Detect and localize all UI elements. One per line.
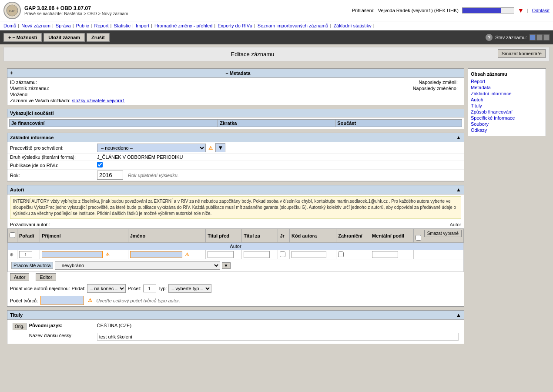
drag-handle[interactable]: ⊕ xyxy=(10,252,13,257)
author-zahranicni-cell xyxy=(336,250,370,259)
author-drag-cell: ⊕ xyxy=(8,250,17,259)
pocet-input[interactable] xyxy=(143,285,156,292)
tituly-section: Tituly ▲ Orig. Původní jazyk: ČEŠTINA (C… xyxy=(7,310,464,344)
autor-button[interactable]: Autor xyxy=(10,273,29,281)
nav-hromadne[interactable]: Hromadné změny - přehled xyxy=(154,23,212,28)
right-panel: Obsah záznamu Report Metadata Základní i… xyxy=(468,68,546,348)
nav-novy-zaznam[interactable]: Nový záznam xyxy=(21,23,50,28)
zakladni-up-arrow[interactable]: ▲ xyxy=(456,134,461,141)
pracovis-label: Pracoviště pro schválení: xyxy=(10,145,97,151)
toolbar-right: ? Stav záznamu: xyxy=(486,34,550,41)
pozadovani-label: Požadovaní autoři: Autor xyxy=(7,221,464,228)
pracovis-autora-select[interactable]: – nevybráno – xyxy=(55,261,220,270)
nav-statistiky[interactable]: Základní statistiky xyxy=(333,23,371,28)
nav-statistic[interactable]: Statistic xyxy=(114,23,131,28)
pracovis-autora-btn[interactable]: ▼ xyxy=(222,262,231,269)
obsah-title: Obsah záznamu xyxy=(471,71,543,77)
zakladni-section: Základní informace ▲ Pracoviště pro schv… xyxy=(7,133,464,181)
right-link-autori[interactable]: Autoři xyxy=(471,97,543,103)
pocet-tvurcu-input[interactable] xyxy=(40,296,84,305)
nav-import[interactable]: Import xyxy=(136,23,149,28)
meta-row-1: ID záznamu: Naposledy změnil: xyxy=(10,80,461,85)
pocet-label: Počet: xyxy=(127,286,141,291)
pridat-row: Přidat více autorů najednou: Přidat: – n… xyxy=(7,282,464,295)
author-kod-input[interactable] xyxy=(292,251,326,258)
author-prijmeni-input[interactable] xyxy=(42,251,103,258)
right-link-zpusob[interactable]: Způsob financování xyxy=(471,109,543,115)
tituly-title: Tituly xyxy=(10,312,23,318)
pridat-label: Přidat více autorů najednou: xyxy=(10,286,70,291)
right-link-specificke[interactable]: Specifické informace xyxy=(471,115,543,121)
druh-label: Druh výsledku (literární forma): xyxy=(10,154,97,160)
nav-domu[interactable]: Domů xyxy=(3,23,16,28)
pridat-btn-label: Přidat: xyxy=(72,286,86,291)
author-titul-pred-input[interactable] xyxy=(208,251,234,258)
nav-sprava[interactable]: Správa xyxy=(56,23,71,28)
publikace-label: Publikace jde do RIVu: xyxy=(10,163,97,168)
pracovis-autora-row: Pracoviště autora – nevybráno – ▼ xyxy=(10,260,462,271)
right-link-zakladni[interactable]: Základní informace xyxy=(471,90,543,97)
nav-report[interactable]: Report xyxy=(94,23,109,28)
header-left: GAP GAP 3.02.06 + OBD 3.07.07 Právě se n… xyxy=(3,2,128,19)
author-table-header-row: Pořadí Příjmení Jméno Titul před Titul z… xyxy=(8,229,464,243)
orig-badge: Orig. xyxy=(13,323,27,330)
typ-select[interactable]: – vyberte typ – xyxy=(168,284,211,293)
edit-title-bar: Editace záznamu Smazat komentáře xyxy=(3,47,550,61)
nazev-input[interactable] xyxy=(97,333,459,341)
author-zahranicni-checkbox[interactable] xyxy=(338,251,344,257)
author-kod-cell xyxy=(289,250,336,259)
moznosti-button[interactable]: + – Možnosti xyxy=(3,33,42,42)
right-link-metadata[interactable]: Metadata xyxy=(471,84,543,90)
metadata-expand-icon[interactable]: + xyxy=(10,70,13,76)
progress-fill xyxy=(463,8,501,13)
col-jmeno: Jméno xyxy=(128,229,205,243)
zrusit-button[interactable]: Zrušit xyxy=(87,33,110,42)
col-mentalni: Mentální podíl xyxy=(370,229,414,243)
right-link-report[interactable]: Report xyxy=(471,78,543,84)
obsah-zaznamu-box: Obsah záznamu Report Metadata Základní i… xyxy=(468,68,546,136)
author-poradi-input[interactable] xyxy=(19,251,32,258)
author-jr-checkbox[interactable] xyxy=(280,251,285,257)
author-titul-za-cell xyxy=(242,250,278,259)
right-link-tituly[interactable]: Tituly xyxy=(471,103,543,109)
pracovis-dropdown-btn[interactable]: ▼ xyxy=(215,143,225,152)
pocet-tvurcu-label: Počet tvůrců: xyxy=(10,298,38,303)
smazat-check[interactable] xyxy=(416,235,421,241)
metadata-content: ID záznamu: Naposledy změnil: Vlastník z… xyxy=(7,78,464,105)
prijmeni-warning: ⚠ xyxy=(105,252,110,257)
col-check xyxy=(8,229,17,243)
publikace-checkbox[interactable] xyxy=(97,162,103,168)
editor-button[interactable]: Editor xyxy=(36,273,56,281)
select-all-checkbox[interactable] xyxy=(10,232,15,238)
author-titul-za-input[interactable] xyxy=(244,251,270,258)
rok-label: Rok: xyxy=(10,173,97,178)
col-titul-za: Titul za xyxy=(242,229,278,243)
nav-seznam[interactable]: Seznam importovaných záznamů xyxy=(258,23,328,28)
logout-link[interactable]: Odhlásit xyxy=(532,8,550,13)
col-kod-autora: Kód autora xyxy=(289,229,336,243)
right-link-odkazy[interactable]: Odkazy xyxy=(471,127,543,133)
nav-exporty[interactable]: Exporty do RIVu xyxy=(218,23,252,28)
edit-title: Editace záznamu xyxy=(231,51,274,57)
author-mentalni-input[interactable] xyxy=(372,251,398,258)
author-jmeno-input[interactable] xyxy=(130,251,182,258)
vykazujici-header: Vykazující součásti xyxy=(7,109,464,117)
tituly-up-arrow[interactable]: ▲ xyxy=(456,312,461,318)
slozky-link[interactable]: složky uživatele vejvora1 xyxy=(72,98,125,103)
help-icon[interactable]: ? xyxy=(486,34,493,41)
delete-comments-button[interactable]: Smazat komentáře xyxy=(498,49,546,58)
pracovis-select[interactable]: – neuvedeno – xyxy=(97,144,206,152)
autori-up-arrow[interactable]: ▲ xyxy=(456,187,461,193)
author-mentalni-cell xyxy=(370,250,414,259)
autori-header: Autoři ▲ xyxy=(7,185,464,194)
right-link-soubory[interactable]: Soubory xyxy=(471,121,543,127)
vykazujici-content: Je financování Zkratka Součást xyxy=(7,117,464,129)
smazat-vybrane-button[interactable]: Smazat vybrané xyxy=(424,230,462,237)
pracovis-autora-label: Pracoviště autora xyxy=(11,262,53,269)
id-zaznamu-label: ID záznamu: xyxy=(10,80,37,85)
col-poradi: Pořadí xyxy=(17,229,40,243)
ulozit-button[interactable]: Uložit záznam xyxy=(44,33,85,42)
rok-input[interactable] xyxy=(97,171,123,180)
nav-public[interactable]: Public xyxy=(76,23,89,28)
pridat-select[interactable]: – na konec – xyxy=(87,284,126,293)
